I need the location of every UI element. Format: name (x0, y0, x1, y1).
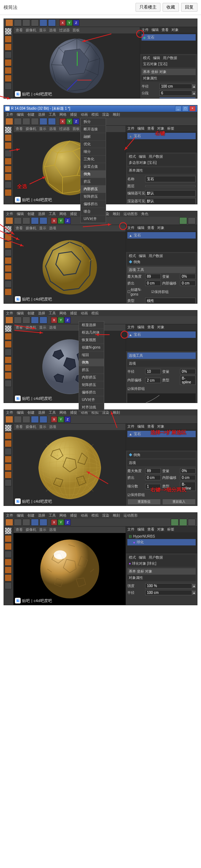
gem-object (47, 36, 107, 96)
side-button[interactable] (5, 36, 12, 43)
annotation-rmb: 右键 (155, 130, 165, 137)
type-select[interactable]: 截顶 (159, 97, 196, 98)
annotation-subdivide: 右键-->细分两次 (150, 487, 187, 493)
only-owner-button[interactable]: 只看楼主 (136, 3, 160, 12)
screenshot-1: XYZ 查看摄像机显示选项过滤器面板 贴贴吧 | c4d吧度吧 文件编辑查看对象… (4, 19, 197, 99)
tool-button[interactable] (48, 19, 56, 26)
side-button[interactable] (5, 75, 12, 82)
toolbar: XYZ (4, 19, 197, 27)
annotation-select-all: 全选 (17, 183, 27, 190)
tree-spherify[interactable]: ●球化 (127, 539, 196, 545)
side-button[interactable] (5, 59, 12, 66)
minimize-button[interactable]: _ (175, 106, 181, 111)
tree-item[interactable]: ◆宝石 (142, 34, 196, 41)
side-button[interactable] (5, 51, 12, 58)
tool-button[interactable] (39, 19, 47, 26)
screenshot-3: 文件编辑创建选择工具网格捕捉动画模拟渲染雕刻运动图形角色 XYZ 查看摄像机显示… (4, 211, 197, 304)
attribute-panel: 文件编辑查看对象 ◆宝石 模式编辑用户数据 宝石对象 [宝石] 基本 坐标 对象… (140, 27, 197, 98)
page-title: 模筒法 (4, 4, 133, 11)
axis-z-button[interactable]: Z (73, 20, 79, 26)
tool-button[interactable] (14, 19, 22, 26)
favorite-button[interactable]: 收藏 (163, 3, 179, 12)
context-bevel: 倒角 (79, 359, 104, 366)
radius-input[interactable]: 100 cm (145, 590, 192, 595)
tool-button[interactable] (31, 19, 39, 26)
maximize-button[interactable]: □ (182, 106, 189, 111)
window-titlebar: R 14.034 Studio (32 Bit) - [未标题 1 *]_□× (4, 105, 197, 112)
screenshot-4: 文件编辑创建选择工具网格捕捉动画模拟 XYZ 查看摄像机显示选项 贴贴吧 | c… (4, 310, 197, 403)
circle-annotation (136, 30, 144, 38)
left-toolbar (4, 27, 14, 98)
axis-x-button[interactable]: X (59, 20, 66, 26)
checker-icon[interactable] (5, 28, 12, 35)
gem-beveled (39, 237, 100, 298)
attr-title: 宝石对象 [宝石] (142, 61, 196, 67)
context-inner-extrude: 内部挤压 (81, 185, 106, 193)
segment-input[interactable]: 6 (159, 90, 192, 96)
screenshot-2: R 14.034 Studio (32 Bit) - [未标题 1 *]_□× … (4, 105, 197, 204)
close-button[interactable]: × (189, 106, 196, 111)
svg-point-15 (54, 550, 67, 559)
context-menu[interactable]: 拆分断开连接融解优化细分三角化设置点值倒角挤压内部挤压矩阵挤压偏移挤出缝合U/V… (80, 118, 106, 223)
side-button[interactable] (5, 43, 12, 51)
screenshot-5: 文件编辑创建选择工具网格捕捉动画模拟渲染雕刻 XYZ 查看摄像机显示选项 贴贴吧… (4, 409, 197, 506)
tieba-logo-icon: 贴 (15, 91, 21, 97)
tool-button[interactable] (5, 19, 13, 26)
strength-input[interactable]: 100 % (145, 583, 192, 589)
annotation-expand-selection: 选择-->扩展选区 (150, 429, 187, 436)
side-button[interactable] (5, 67, 12, 74)
screenshot-6: 文件编辑创建选择工具网格捕捉动画模拟渲染雕刻运动图形 XYZ 查看摄像机显示选项 (4, 512, 197, 605)
tree-hypernurbs[interactable]: ⊟HyperNURBS (127, 534, 196, 539)
context-bevel: 倒角 (81, 171, 106, 178)
reply-button[interactable]: 回复 (181, 3, 197, 12)
subdivided-sphere (36, 434, 104, 502)
viewport[interactable]: 查看摄像机显示选项过滤器面板 贴贴吧 | c4d吧度吧 (14, 27, 140, 98)
radius-input[interactable]: 100 cm (159, 84, 192, 89)
side-button[interactable] (5, 83, 12, 90)
svg-point-14 (40, 539, 99, 598)
tool-button[interactable] (22, 19, 30, 26)
axis-y-button[interactable]: Y (66, 20, 73, 26)
rendered-ball (38, 537, 102, 601)
svg-point-2 (42, 240, 97, 295)
